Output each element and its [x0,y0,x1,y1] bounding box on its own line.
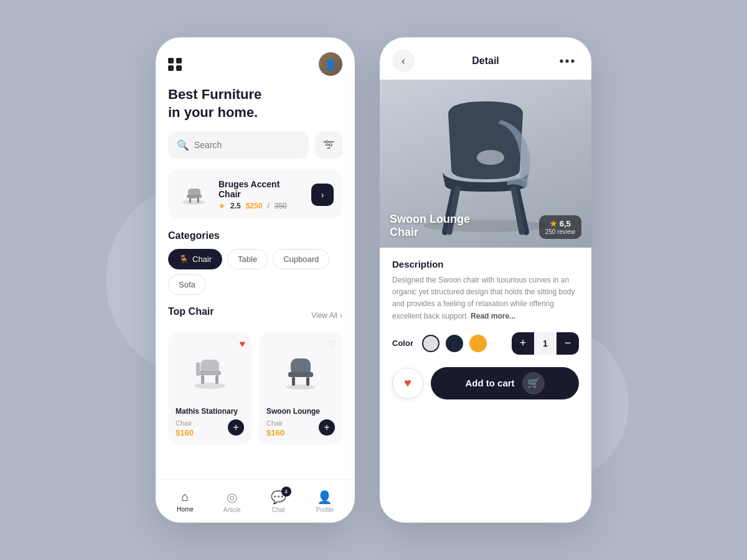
top-section-header: Top Chair View All › [168,306,342,325]
category-chair[interactable]: 🪑 Chair [168,249,222,269]
svg-rect-15 [196,362,200,376]
search-input[interactable] [194,140,300,150]
featured-info: Bruges Accent Chair ★ 2.5 $250 / 350 [218,179,304,210]
svg-rect-8 [189,198,191,203]
product-name-1: Mathis Stationary [176,407,244,416]
featured-name: Bruges Accent Chair [218,179,304,199]
color-section: Color [392,335,487,352]
quantity-decrease[interactable]: − [557,332,579,355]
quantity-value: 1 [534,338,557,348]
svg-point-5 [182,200,205,205]
svg-rect-7 [187,195,202,198]
svg-point-16 [286,385,316,390]
back-button[interactable]: ‹ [392,50,415,72]
search-icon: 🔍 [177,139,189,151]
view-all-arrow: › [340,311,342,320]
svg-rect-13 [201,375,204,384]
categories: 🪑 Chair Table Cupboard Sofa [168,249,342,295]
right-phone: ‹ Detail ••• [380,37,591,523]
nav-home[interactable]: ⌂ Home [177,490,194,513]
categories-title: Categories [168,230,342,241]
quantity-increase[interactable]: + [512,332,534,355]
hero-rating-score: ★ 6,5 [550,219,571,228]
description-text: Designed the Swoon chair with luxurious … [392,274,579,322]
article-icon: ◎ [227,490,237,505]
products-grid: ♥ Mathis Stationary Chair $160 [168,332,342,445]
wishlist-icon-2[interactable]: ♡ [327,338,336,350]
color-dark[interactable] [446,335,463,352]
review-count: 250 review [545,228,575,235]
grid-icon[interactable] [168,58,182,71]
category-sofa[interactable]: Sofa [168,274,206,295]
product-image-1 [176,340,244,402]
top-section-title: Top Chair [168,306,214,317]
hero-rating: ★ 6,5 250 review [539,215,581,239]
product-price-2: $160 [266,428,284,437]
svg-point-26 [477,150,504,165]
featured-arrow-button[interactable]: › [311,184,334,206]
svg-point-3 [326,141,328,143]
add-to-cart-2[interactable]: + [319,419,335,436]
product-price-1: $160 [176,428,194,437]
color-qty-row: Color + 1 − [392,332,579,355]
detail-body: Description Designed the Swoon chair wit… [380,248,591,523]
cart-row: ♥ Add to cart 🛒 [392,367,579,409]
description-title: Description [392,259,579,269]
hero-product-name: Swoon Lounge Chair [390,213,470,239]
featured-meta: ★ 2.5 $250 / 350 [218,202,304,210]
product-image-2 [266,340,335,402]
bottom-nav: ⌂ Home ◎ Article 💬 4 Chat 👤 Profile [156,479,355,523]
product-footer-2: Chair $160 + [266,417,335,437]
featured-card: Bruges Accent Chair ★ 2.5 $250 / 350 › [168,170,342,219]
add-to-cart-button[interactable]: Add to cart 🛒 [431,367,579,399]
chat-badge: 4 [281,487,291,497]
add-to-cart-1[interactable]: + [228,419,244,436]
svg-rect-20 [306,377,309,386]
color-white[interactable] [422,335,439,352]
chair-cat-icon: 🪑 [179,254,189,264]
svg-rect-19 [292,377,295,386]
product-sub-2: Chair [266,419,283,427]
quantity-control: + 1 − [512,332,579,355]
search-row: 🔍 [168,131,342,159]
product-card-2: ♡ Swoon Lounge Chair $160 [259,332,342,445]
wishlist-icon-1[interactable]: ♥ [240,338,246,350]
product-name-2: Swoon Lounge [266,407,335,416]
svg-rect-14 [215,375,218,384]
more-options-button[interactable]: ••• [557,50,579,72]
profile-icon: 👤 [317,490,332,505]
svg-rect-9 [197,198,199,203]
cart-icon: 🛒 [522,372,545,394]
nav-article[interactable]: ◎ Article [223,490,241,513]
nav-chat[interactable]: 💬 4 Chat [271,490,286,513]
detail-header: ‹ Detail ••• [380,37,591,80]
headline: Best Furniture in your home. [168,86,342,121]
category-cupboard[interactable]: Cupboard [273,249,329,269]
product-hero: Swoon Lounge Chair ★ 6,5 250 review [380,80,591,248]
home-icon: ⌂ [181,490,189,504]
left-phone: 👤 Best Furniture in your home. 🔍 [156,37,355,523]
category-table[interactable]: Table [227,249,268,269]
filter-button[interactable] [315,131,342,159]
avatar[interactable]: 👤 [319,52,342,76]
svg-point-4 [329,144,332,146]
search-box[interactable]: 🔍 [168,131,309,159]
svg-rect-18 [288,372,313,377]
color-gold[interactable] [469,335,487,352]
color-label: Color [392,338,413,348]
svg-point-10 [194,383,225,389]
product-footer-1: Chair $160 + [176,417,244,437]
wishlist-button[interactable]: ♥ [392,368,423,399]
hero-overlay: Swoon Lounge Chair [390,213,470,239]
nav-profile[interactable]: 👤 Profile [316,490,334,513]
svg-rect-12 [199,371,221,375]
read-more-link[interactable]: Read more... [471,312,515,320]
add-to-cart-label: Add to cart [465,378,514,388]
view-all-button[interactable]: View All › [311,311,342,320]
detail-title: Detail [472,55,499,67]
product-sub-1: Chair [176,419,192,427]
featured-image [177,177,211,212]
left-header: 👤 [168,52,342,76]
product-card-1: ♥ Mathis Stationary Chair $160 [168,332,251,445]
